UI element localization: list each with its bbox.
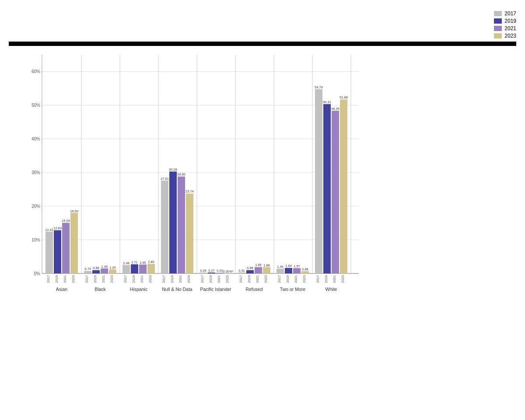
bar-Black-2019 bbox=[92, 270, 100, 273]
bar-value-label: 1.89 bbox=[255, 263, 262, 267]
x-year-label: 2021 bbox=[217, 275, 221, 283]
group-label-Black: Black bbox=[94, 287, 106, 292]
bar-value-label: 2.49 bbox=[123, 261, 130, 265]
legend-item-2017: 2017 bbox=[494, 10, 516, 17]
bar-Refused-2019 bbox=[246, 270, 254, 273]
bar-Hispanic-2021 bbox=[139, 265, 147, 273]
bar-value-label: 2.65 bbox=[140, 261, 146, 265]
bar-Two-or-More-2019 bbox=[285, 268, 292, 273]
group-label-Refused: Refused bbox=[245, 287, 262, 292]
bar-value-label: 27.61 bbox=[161, 177, 169, 181]
x-year-label: 2019 bbox=[93, 275, 97, 283]
bar-value-label: 50.31 bbox=[323, 100, 331, 104]
bar-Two-or-More-2021 bbox=[293, 268, 301, 273]
x-year-label: 2021 bbox=[140, 275, 144, 283]
x-year-label: 2019 bbox=[209, 275, 213, 283]
bar-White-2017 bbox=[315, 89, 322, 273]
bar-value-label: 48.35 bbox=[331, 107, 340, 111]
x-year-label: 2019 bbox=[132, 275, 136, 283]
x-year-label: 2017 bbox=[123, 275, 127, 283]
x-year-label: 2017 bbox=[162, 275, 166, 283]
bar-Null-&-No-Data-2017 bbox=[161, 181, 168, 273]
bar-value-label: 1.44 bbox=[277, 265, 284, 269]
bar-value-label: 0.31 bbox=[238, 269, 245, 273]
group-label-Hispanic: Hispanic bbox=[130, 287, 147, 292]
group-label-Two-or-More: Two or More bbox=[280, 287, 306, 292]
bar-value-label: 0.00%* bbox=[223, 270, 233, 273]
x-year-label: 2023 bbox=[148, 275, 152, 283]
x-year-label: 2017 bbox=[239, 275, 243, 283]
bar-Pacific-Islander-2017 bbox=[200, 273, 207, 273]
bar-White-2023 bbox=[340, 99, 347, 273]
bar-value-label: 1.49 bbox=[101, 265, 108, 269]
bar-Hispanic-2023 bbox=[147, 264, 155, 273]
bar-Null-&-No-Data-2023 bbox=[186, 193, 193, 273]
legend-item-2021: 2021 bbox=[494, 25, 516, 32]
bar-Black-2021 bbox=[101, 269, 108, 273]
bar-value-label: 12.41 bbox=[45, 228, 53, 232]
bar-Asian-2017 bbox=[46, 232, 53, 273]
bar-value-label: 1.64 bbox=[285, 264, 292, 268]
bar-Null-&-No-Data-2021 bbox=[178, 176, 185, 273]
legend: 2017201920212023 bbox=[494, 10, 516, 39]
bar-value-label: 0.74 bbox=[84, 267, 91, 271]
x-year-label: 2017 bbox=[85, 275, 89, 283]
bar-Refused-2017 bbox=[238, 273, 245, 273]
x-year-label: 2021 bbox=[256, 275, 259, 283]
x-year-label: 2019 bbox=[247, 275, 251, 283]
x-year-label: 2023 bbox=[71, 275, 75, 283]
x-year-label: 2023 bbox=[341, 275, 345, 283]
x-year-label: 2019 bbox=[324, 275, 328, 283]
bar-value-label: 54.74 bbox=[315, 85, 323, 89]
bar-value-label: 23.74 bbox=[186, 189, 194, 193]
bar-value-label: 1.57 bbox=[294, 264, 300, 268]
x-year-label: 2021 bbox=[332, 275, 336, 283]
bar-value-label: 30.28 bbox=[169, 168, 177, 172]
svg-text:20%: 20% bbox=[32, 204, 40, 209]
legend-item-2023: 2023 bbox=[494, 33, 516, 39]
svg-text:0%: 0% bbox=[34, 271, 41, 276]
bar-value-label: 0.68 bbox=[302, 267, 308, 271]
bar-value-label: 0.26 bbox=[200, 269, 206, 273]
x-year-label: 2017 bbox=[316, 275, 320, 283]
bar-value-label: 2.83 bbox=[148, 260, 154, 264]
bar-chart-svg: 0%10%20%30%40%50%60%12.41201712.83201915… bbox=[26, 50, 359, 317]
bar-value-label: 0.20 bbox=[217, 269, 223, 273]
bar-value-label: 1.20 bbox=[109, 266, 116, 270]
bar-Pacific-Islander-2019 bbox=[208, 273, 215, 273]
bar-Asian-2019 bbox=[54, 230, 61, 273]
x-year-label: 2019 bbox=[55, 275, 59, 283]
bar-Black-2017 bbox=[84, 271, 91, 273]
bar-White-2019 bbox=[323, 104, 331, 273]
bar-value-label: 0.27 bbox=[208, 269, 215, 273]
x-year-label: 2023 bbox=[302, 275, 306, 283]
x-year-label: 2021 bbox=[102, 275, 105, 283]
svg-text:50%: 50% bbox=[32, 103, 40, 108]
x-year-label: 2023 bbox=[187, 275, 191, 283]
bar-Hispanic-2017 bbox=[122, 265, 130, 273]
bar-Asian-2021 bbox=[62, 223, 70, 273]
bar-value-label: 28.80 bbox=[177, 172, 186, 176]
x-year-label: 2023 bbox=[225, 275, 229, 283]
group-label-Pacific-Islander: Pacific Islander bbox=[200, 287, 231, 292]
bar-Null-&-No-Data-2019 bbox=[169, 172, 177, 273]
chart-container: 0%10%20%30%40%50%60%12.41201712.83201915… bbox=[9, 50, 516, 319]
bar-Two-or-More-2017 bbox=[276, 269, 284, 273]
bar-value-label: 0.98 bbox=[247, 266, 253, 270]
bar-value-label: 12.83 bbox=[53, 226, 62, 230]
bar-White-2021 bbox=[332, 111, 339, 273]
bar-Hispanic-2019 bbox=[131, 264, 138, 273]
svg-text:30%: 30% bbox=[32, 170, 40, 175]
group-label-Null-&-No-Data: Null & No Data bbox=[162, 287, 192, 292]
legend-item-2019: 2019 bbox=[494, 18, 516, 24]
svg-text:40%: 40% bbox=[32, 136, 40, 141]
bar-Pacific-Islander-2023 bbox=[224, 273, 232, 274]
x-year-label: 2021 bbox=[178, 275, 182, 283]
chart-area: 0%10%20%30%40%50%60%12.41201712.83201915… bbox=[22, 50, 516, 319]
bar-Asian-2023 bbox=[70, 213, 78, 273]
svg-text:60%: 60% bbox=[32, 69, 40, 74]
bar-value-label: 51.68 bbox=[340, 95, 348, 99]
bar-value-label: 2.71 bbox=[131, 260, 138, 264]
bar-Two-or-More-2023 bbox=[301, 271, 309, 273]
bar-value-label: 15.04 bbox=[62, 219, 70, 223]
